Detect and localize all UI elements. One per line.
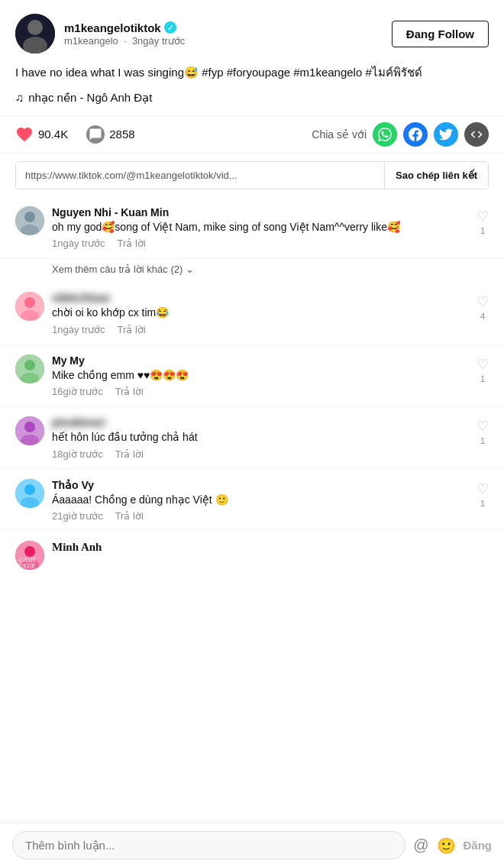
svg-point-16 — [24, 484, 35, 495]
post-header: m1keangelotiktok ✓ m1keangelo · 3ngày tr… — [0, 0, 504, 61]
comment-heart-icon: ♡ — [477, 293, 489, 310]
table-row: Nguyen Nhi - Kuan Min oh my god🥰song of … — [0, 197, 504, 260]
svg-point-1 — [27, 20, 43, 35]
post-comment-button[interactable]: Đăng — [464, 839, 493, 852]
comments-count: 2858 — [109, 128, 134, 141]
reply-button[interactable]: Trả lời — [115, 448, 144, 460]
comment-text: Áaaaaa! Chồng e dùng nhạc Việt 🙂 — [52, 493, 489, 508]
post-music[interactable]: ♫ nhạc nền - Ngô Anh Đạt — [0, 88, 504, 115]
likes-stat[interactable]: 90.4K — [15, 125, 68, 144]
comment-input[interactable] — [12, 831, 405, 859]
heart-icon — [15, 125, 34, 144]
url-bar: https://www.tiktok.com/@m1keangelotiktok… — [15, 161, 489, 189]
comment-meta: 1ngày trước Trả lời — [52, 324, 489, 335]
comment-username-blurred[interactable]: pinuklover — [52, 416, 489, 429]
stats-row: 90.4K 2858 Chia sẻ với — [0, 115, 504, 154]
comment-meta: 16giờ trước Trả lời — [52, 386, 489, 397]
comment-text: chời oi ko khớp cx tim😂 — [52, 306, 489, 321]
avatar — [15, 479, 44, 508]
svg-point-7 — [24, 297, 35, 308]
comment-heart-icon: ♡ — [477, 418, 489, 435]
music-label: nhạc nền - Ngô Anh Đạt — [28, 91, 152, 105]
chevron-down-icon: ⌄ — [186, 264, 194, 275]
comment-input-bar: @ 🙂 Đăng — [0, 823, 504, 867]
comment-username[interactable]: My My — [52, 354, 489, 367]
reply-button[interactable]: Trả lời — [117, 324, 145, 335]
likes-count: 90.4K — [38, 128, 68, 141]
comment-like[interactable]: ♡ 1 — [477, 208, 489, 235]
table-row: Thảo Vy Áaaaaa! Chồng e dùng nhạc Việt 🙂… — [0, 470, 504, 532]
comment-like-count: 1 — [480, 436, 485, 445]
share-label: Chia sẻ với — [312, 128, 367, 141]
comment-like-count: 1 — [480, 226, 485, 235]
author-username[interactable]: m1keangelotiktok — [64, 21, 161, 34]
post-caption: I have no idea what I was singing😅 #fyp … — [0, 61, 504, 88]
svg-point-10 — [24, 360, 35, 370]
reply-button[interactable]: Trả lời — [115, 386, 144, 397]
facebook-share-icon[interactable] — [403, 122, 428, 147]
comment-meta: 18giờ trước Trả lời — [52, 448, 489, 460]
comment-time: 21giờ trước — [52, 510, 103, 522]
table-row: My My Mike chồng emm ♥♥😍😍😍 16giờ trước T… — [0, 345, 504, 408]
comment-time: 18giờ trước — [52, 448, 103, 460]
comment-meta: 21giờ trước Trả lời — [52, 510, 489, 522]
reply-button[interactable]: Trả lời — [115, 510, 144, 522]
comment-text: Mike chồng emm ♥♥😍😍😍 — [52, 368, 489, 383]
comment-time: 1ngày trước — [52, 324, 105, 335]
svg-point-4 — [24, 212, 35, 222]
svg-point-19 — [24, 546, 35, 557]
author-handle-time: m1keangelo · 3ngày trước — [64, 35, 185, 47]
twitter-share-icon[interactable] — [434, 122, 458, 147]
comment-heart-icon: ♡ — [477, 480, 489, 497]
mention-icon[interactable]: @ — [413, 836, 428, 854]
follow-button[interactable]: Đang Follow — [392, 21, 489, 47]
table-row: pinuklover hết hôn lúc đầu tưởng chả hát… — [0, 407, 504, 470]
comment-heart-icon: ♡ — [477, 208, 489, 225]
url-text: https://www.tiktok.com/@m1keangelotiktok… — [16, 162, 384, 189]
emoji-icon[interactable]: 🙂 — [437, 836, 456, 855]
comment-text: hết hôn lúc đầu tưởng chả hát — [52, 430, 489, 445]
comment-text: oh my god🥰song of Việt Nam, mike sing of… — [52, 220, 489, 235]
comment-heart-icon: ♡ — [477, 356, 489, 373]
comment-meta: 1ngày trước Trả lời — [52, 238, 489, 249]
comment-like[interactable]: ♡ 1 — [477, 480, 489, 508]
whatsapp-share-icon[interactable] — [373, 122, 397, 147]
avatar — [15, 354, 44, 383]
author-avatar[interactable] — [15, 14, 55, 53]
share-icons — [373, 122, 489, 147]
comment-username-blurred[interactable]: nikkichloee — [52, 292, 489, 304]
comment-like[interactable]: ♡ 1 — [477, 418, 489, 445]
embed-share-icon[interactable] — [464, 122, 489, 147]
music-note-icon: ♫ — [15, 91, 24, 104]
comment-like-count: 4 — [480, 312, 485, 321]
avatar — [15, 292, 44, 321]
comment-username[interactable]: Thảo Vy — [52, 479, 489, 491]
comment-username[interactable]: Minh Anh — [52, 541, 489, 554]
comment-time: 1ngày trước — [52, 238, 105, 249]
comments-stat[interactable]: 2858 — [86, 125, 134, 144]
svg-text:OVER: OVER — [19, 563, 35, 570]
copy-link-button[interactable]: Sao chép liên kết — [384, 162, 488, 189]
comment-like-count: 1 — [480, 374, 485, 383]
verified-icon: ✓ — [164, 21, 176, 34]
table-row: GAME OVER Minh Anh — [0, 532, 504, 579]
svg-point-13 — [24, 422, 35, 432]
comment-like[interactable]: ♡ 4 — [477, 293, 489, 321]
table-row: nikkichloee chời oi ko khớp cx tim😂 1ngà… — [0, 283, 504, 345]
avatar — [15, 206, 44, 235]
comment-bubble-icon — [86, 125, 105, 144]
comment-like-count: 1 — [480, 499, 485, 508]
comments-section: Nguyen Nhi - Kuan Min oh my god🥰song of … — [0, 197, 504, 580]
comment-like[interactable]: ♡ 1 — [477, 356, 489, 383]
view-more-replies[interactable]: Xem thêm câu trả lời khác (2) ⌄ — [0, 259, 504, 283]
comment-time: 16giờ trước — [52, 386, 103, 397]
comment-username[interactable]: Nguyen Nhi - Kuan Min — [52, 206, 489, 218]
avatar: GAME OVER — [15, 541, 44, 570]
reply-button[interactable]: Trả lời — [117, 238, 145, 249]
avatar — [15, 416, 44, 445]
